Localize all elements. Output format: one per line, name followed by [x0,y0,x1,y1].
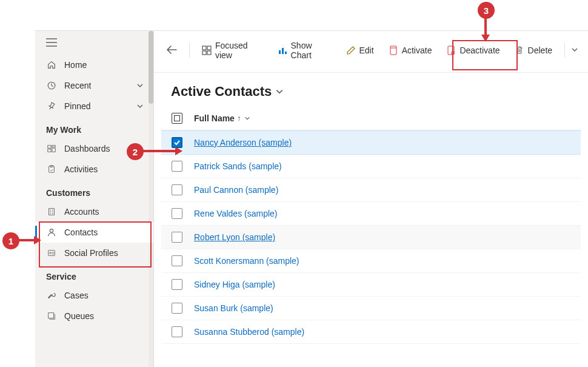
overflow-menu-button[interactable] [569,42,581,59]
nav-label: Cases [64,291,89,300]
row-checkbox[interactable] [172,279,182,290]
activate-button[interactable]: Activate [383,42,438,59]
table-row[interactable]: Susan Burk (sample) [161,297,581,320]
edit-button[interactable]: Edit [340,42,380,59]
nav-item-home[interactable]: Home [35,55,153,75]
table-row[interactable]: Sidney Higa (sample) [161,273,581,297]
building-icon [46,206,57,217]
nav-item-contacts[interactable]: Contacts [35,222,153,243]
svg-line-25 [452,52,454,54]
nav-item-queues[interactable]: Queues [35,306,153,326]
row-checkbox[interactable] [172,255,182,266]
annotation-callout-1: 1 [2,232,19,249]
view-header: Active Contacts [154,73,588,108]
nav-item-social-profiles[interactable]: Social Profiles [35,243,153,263]
contact-link[interactable]: Nancy Anderson (sample) [189,138,292,147]
toolbar-divider [564,43,565,58]
delete-button[interactable]: Delete [509,42,558,59]
column-header-full-name[interactable]: Full Name ↑ [189,113,250,123]
pencil-icon [346,45,356,55]
chevron-down-icon [275,87,284,96]
section-header-my-work: My Work [35,116,153,138]
back-button[interactable] [164,43,183,58]
chart-icon [278,45,287,55]
focused-view-icon [202,45,212,55]
clock-icon [46,80,57,91]
table-row[interactable]: Nancy Anderson (sample) [161,130,581,155]
contact-link[interactable]: Susan Burk (sample) [189,303,273,313]
contact-link[interactable]: Susanna Stubberod (sample) [189,327,304,337]
deactivate-icon [446,45,456,55]
deactivate-button[interactable]: Deactivate [440,42,506,59]
nav-item-recent[interactable]: Recent [35,75,153,96]
focused-view-label: Focused view [215,41,263,60]
view-selector-button[interactable] [275,87,284,96]
contact-link[interactable]: Scott Konersmann (sample) [189,256,299,266]
sidebar: HomeRecentPinned My WorkDashboardsActivi… [35,31,154,367]
annotation-arrowhead-2 [175,147,182,155]
view-title: Active Contacts [171,84,272,99]
select-all-checkbox[interactable] [172,113,182,124]
main-content: Focused view Show Chart Edit Activate De… [154,31,588,367]
nav-item-pinned[interactable]: Pinned [35,96,153,116]
data-grid: Full Name ↑ Nancy Anderson (sample)Patri… [154,108,588,344]
svg-rect-23 [448,46,454,55]
hamburger-icon [46,38,57,47]
chevron-down-icon [136,82,144,89]
delete-label: Delete [528,45,552,55]
row-checkbox[interactable] [172,208,182,219]
table-row[interactable]: Susanna Stubberod (sample) [161,320,581,344]
contact-link[interactable]: Rene Valdes (sample) [189,209,277,218]
show-chart-button[interactable]: Show Chart [272,37,338,64]
table-row[interactable]: Rene Valdes (sample) [161,202,581,226]
nav-item-activities[interactable]: Activities [35,159,153,180]
svg-rect-17 [202,51,206,55]
show-chart-label: Show Chart [291,41,332,60]
svg-rect-14 [48,313,54,318]
svg-rect-15 [202,46,206,50]
table-row[interactable]: Paul Cannon (sample) [161,178,581,202]
home-icon [46,59,57,70]
svg-rect-22 [390,46,396,55]
sort-ascending-icon: ↑ [237,114,241,123]
pin-icon [46,101,57,112]
command-bar: Focused view Show Chart Edit Activate De… [154,31,588,73]
column-menu-button[interactable] [244,115,250,121]
person-icon [46,227,57,238]
back-arrow-icon [166,45,177,54]
contact-link[interactable]: Patrick Sands (sample) [189,161,282,171]
table-row[interactable]: Scott Konersmann (sample) [161,249,581,273]
nav-label: Accounts [64,207,99,217]
nav-label: Activities [64,164,98,174]
row-checkbox[interactable] [172,303,182,314]
row-checkbox[interactable] [172,326,182,337]
focused-view-button[interactable]: Focused view [196,37,269,64]
hamburger-menu-button[interactable] [35,31,153,55]
contact-link[interactable]: Robert Lyon (sample) [189,232,275,242]
expand-button[interactable] [136,82,144,89]
section-header-service: Service [35,263,153,285]
row-checkbox[interactable] [172,184,182,195]
svg-rect-6 [48,149,51,152]
svg-rect-7 [52,148,55,152]
row-checkbox[interactable] [172,232,182,243]
nav-label: Home [64,60,87,70]
contact-link[interactable]: Paul Cannon (sample) [189,185,278,195]
column-header-label: Full Name [194,113,235,123]
nav-item-cases[interactable]: Cases [35,285,153,306]
svg-rect-10 [49,209,55,215]
annotation-callout-2: 2 [127,143,144,160]
nav-item-accounts[interactable]: Accounts [35,201,153,222]
svg-rect-4 [48,146,51,148]
table-row[interactable]: Robert Lyon (sample) [161,226,581,249]
row-checkbox[interactable] [172,161,182,172]
svg-point-13 [50,252,52,254]
table-row[interactable]: Patrick Sands (sample) [161,155,581,178]
contact-link[interactable]: Sidney Higa (sample) [189,280,275,289]
expand-button[interactable] [136,103,144,110]
svg-rect-9 [50,166,53,167]
svg-rect-19 [279,50,281,54]
annotation-arrowhead-3 [481,35,490,42]
activate-label: Activate [402,45,432,55]
nav-label: Pinned [64,101,91,111]
